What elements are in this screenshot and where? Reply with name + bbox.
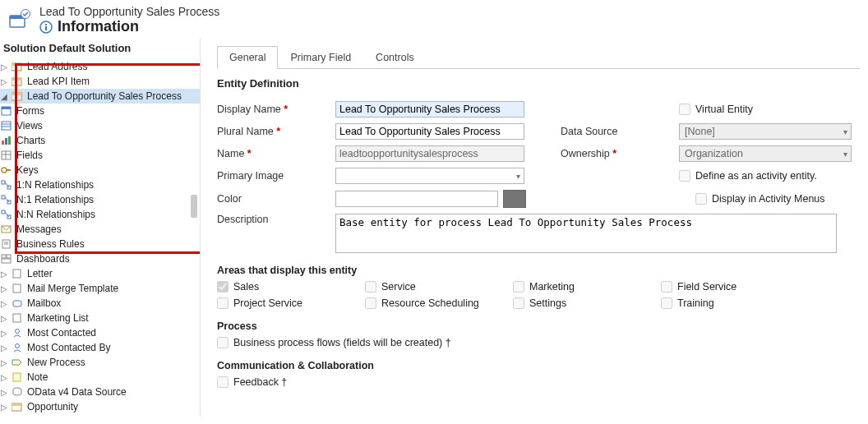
svg-rect-44 [13,314,21,322]
feedback-checkbox[interactable]: Feedback † [217,376,860,388]
tree-item[interactable]: ▷Marketing List [0,311,200,325]
tree-item-icon [0,150,13,161]
tree-item[interactable]: ◢Lead To Opportunity Sales Process [0,89,200,104]
tree-item-icon [0,105,13,117]
tree-item-label: Dashboards [16,253,70,265]
tree-item-icon [11,371,24,383]
display-activity-menus-checkbox[interactable]: Display in Activity Menus [695,193,860,205]
breadcrumb: Lead To Opportunity Sales Process [39,5,219,18]
svg-rect-11 [12,93,21,95]
tree-item-label: N:1 Relationships [16,194,94,205]
tree-item[interactable]: ▷Mail Merge Template [0,281,200,296]
tree-item[interactable]: ▷Letter [0,266,200,281]
tab-primary-field[interactable]: Primary Field [278,46,363,69]
section-communication: Communication & Collaboration [217,360,860,371]
expand-icon[interactable]: ▷ [0,77,8,85]
expand-icon[interactable]: ▷ [0,358,8,366]
tree-item-label: N:N Relationships [16,209,95,220]
tree-item-label: Messages [16,224,62,235]
tree-item[interactable]: ▷Note [0,370,200,385]
tree-item[interactable]: Views [0,118,200,133]
tree-item[interactable]: ▷Opportunity [0,399,200,414]
area-checkbox[interactable]: Resource Scheduling [365,297,513,309]
display-name-input[interactable] [335,101,524,118]
svg-marker-47 [12,360,21,365]
tree-item[interactable]: Business Rules [0,237,200,251]
tree-item[interactable]: Dashboards [0,251,200,266]
tree-item-label: Lead Address [27,61,87,72]
expand-icon[interactable]: ▷ [0,343,8,352]
section-entity-definition: Entity Definition [217,77,860,90]
tree-item[interactable]: Fields [0,148,200,163]
svg-rect-24 [6,169,11,171]
primary-image-select[interactable]: ▾ [335,168,524,184]
expand-icon[interactable]: ▷ [0,373,8,381]
label-name: Name [217,148,316,159]
tree-item[interactable]: ▷OData v4 Data Source [0,385,200,399]
svg-rect-28 [2,196,5,199]
virtual-entity-checkbox[interactable]: Virtual Entity [679,104,860,115]
tree-item-label: Opportunity [27,401,78,412]
tree-item[interactable]: Charts [0,133,200,148]
expand-icon[interactable]: ◢ [0,92,8,100]
tree-item[interactable]: ▷Lead KPI Item [0,74,200,89]
tree-item-label: Most Contacted By [27,342,110,353]
data-source-select[interactable]: [None]▾ [679,123,852,140]
entity-tree: ▷Lead Address▷Lead KPI Item◢Lead To Oppo… [0,59,200,414]
svg-rect-13 [2,107,11,109]
svg-rect-7 [12,63,21,66]
tree-item[interactable]: ▷New Process [0,355,200,370]
expand-icon[interactable]: ▷ [0,388,8,396]
bpf-checkbox[interactable]: Business process flows (fields will be c… [217,337,860,348]
description-textarea[interactable] [335,214,837,253]
tree-item[interactable]: ▷Most Contacted [0,325,200,340]
define-activity-checkbox[interactable]: Define as an activity entity. [679,170,860,182]
area-checkbox[interactable]: Sales [217,281,365,293]
expand-icon[interactable]: ▷ [0,284,8,293]
tree-item-label: Marketing List [27,312,89,324]
tree-item[interactable]: ▷Lead Address [0,59,200,74]
area-checkbox[interactable]: Service [365,281,513,293]
expand-icon[interactable]: ▷ [0,270,8,278]
label-primary-image: Primary Image [217,170,316,182]
tree-item-icon [11,401,24,412]
tree-item[interactable]: ▷Most Contacted By [0,340,200,355]
ownership-select[interactable]: Organization▾ [679,145,852,162]
tab-general[interactable]: General [217,46,278,69]
tree-item-label: Note [27,371,48,383]
tree-item[interactable]: Keys [0,163,200,177]
tree-item[interactable]: Messages [0,222,200,237]
tree-item[interactable]: 1:N Relationships [0,177,200,192]
area-checkbox[interactable]: Settings [513,297,661,309]
expand-icon[interactable]: ▷ [0,314,8,322]
svg-rect-51 [12,403,21,406]
plural-name-input[interactable] [335,123,524,140]
expand-icon[interactable]: ▷ [0,329,8,337]
tree-item[interactable]: ▷Mailbox [0,296,200,311]
tree-item-icon [11,297,24,309]
area-checkbox[interactable]: Marketing [513,281,661,293]
color-input[interactable] [335,191,498,207]
area-checkbox[interactable]: Training [661,297,809,309]
tree-item-icon [11,327,24,339]
expand-icon[interactable]: ▷ [0,403,8,411]
tree-item[interactable]: N:1 Relationships [0,192,200,207]
tree-item[interactable]: N:N Relationships [0,207,200,222]
tree-item[interactable]: Forms [0,104,200,118]
expand-icon[interactable]: ▷ [0,299,8,307]
area-checkbox[interactable]: Field Service [661,281,809,293]
tab-controls[interactable]: Controls [363,46,427,69]
tree-item-icon [0,120,13,131]
page-header: Lead To Opportunity Sales Process Inform… [0,0,868,39]
name-input [335,145,524,162]
svg-rect-14 [2,122,11,130]
area-checkbox[interactable]: Project Service [217,297,365,309]
tree-item-label: New Process [27,357,85,368]
tree-item-label: Mailbox [27,297,61,309]
expand-icon[interactable]: ▷ [0,62,8,71]
tree-item-label: Keys [16,164,39,176]
color-swatch-button[interactable] [503,190,526,208]
svg-rect-31 [2,210,5,214]
tree-item-label: Letter [27,268,53,279]
tree-item-icon [0,253,13,265]
